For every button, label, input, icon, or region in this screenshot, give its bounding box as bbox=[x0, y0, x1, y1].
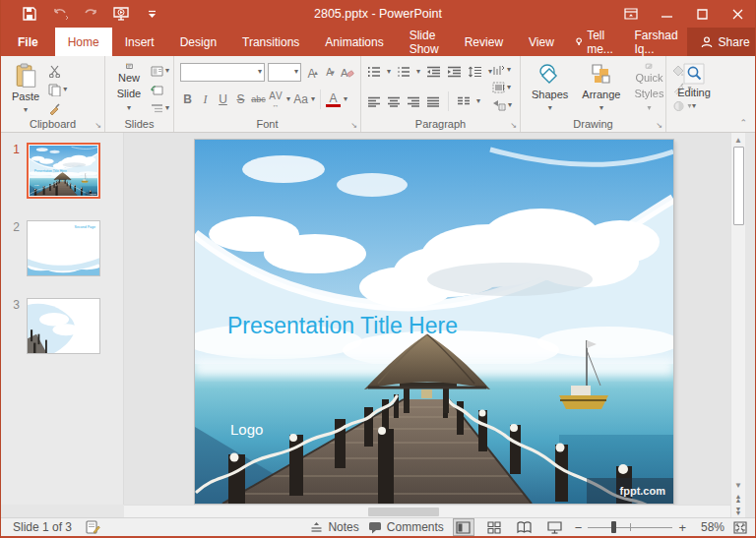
vertical-scroll-thumb[interactable] bbox=[733, 147, 744, 225]
align-right-icon[interactable] bbox=[407, 96, 420, 107]
spell-check-icon[interactable] bbox=[86, 520, 100, 534]
bullets-icon[interactable] bbox=[367, 66, 381, 78]
close-icon[interactable] bbox=[720, 0, 755, 28]
tab-view[interactable]: View bbox=[516, 28, 567, 56]
align-center-icon[interactable] bbox=[387, 96, 401, 107]
paste-icon bbox=[15, 63, 37, 89]
thumbnail-slide-1[interactable]: 1 bbox=[1, 143, 123, 199]
font-dialog-launcher[interactable]: ↘ bbox=[350, 121, 357, 130]
svg-text:A: A bbox=[341, 67, 348, 79]
text-direction-icon[interactable]: ▾ bbox=[492, 63, 512, 77]
decrease-indent-icon[interactable] bbox=[426, 66, 441, 78]
font-name-combo[interactable]: ▾ bbox=[180, 63, 265, 82]
previous-slide-button[interactable]: ▲▲ bbox=[731, 492, 745, 505]
copy-icon[interactable]: ▾ bbox=[48, 83, 67, 96]
arrange-button[interactable]: Arrange ▾ bbox=[577, 61, 625, 116]
status-bar: Slide 1 of 3 Notes Comments bbox=[1, 517, 755, 538]
drawing-dialog-launcher[interactable]: ↘ bbox=[656, 121, 662, 130]
underline-button[interactable]: U bbox=[216, 90, 230, 108]
account-name[interactable]: Farshad Iq... bbox=[626, 28, 687, 56]
tab-slide-show[interactable]: Slide Show bbox=[397, 28, 452, 56]
save-icon[interactable] bbox=[21, 5, 38, 23]
paste-dropdown-caret[interactable]: ▾ bbox=[24, 106, 28, 114]
undo-icon[interactable] bbox=[51, 5, 69, 23]
slide-editing-canvas[interactable] bbox=[124, 133, 755, 505]
zoom-out-icon[interactable]: − bbox=[575, 520, 583, 535]
slideshow-view-button[interactable] bbox=[544, 518, 566, 536]
italic-button[interactable]: I bbox=[198, 90, 213, 108]
paste-button[interactable]: Paste ▾ bbox=[7, 61, 44, 116]
new-slide-button[interactable]: New Slide ▾ bbox=[111, 61, 147, 116]
group-clipboard: Paste ▾ ▾ Clipboard ↘ bbox=[1, 56, 105, 132]
group-paragraph: ▾ ▾ ▾ ▾ ▾ ▾ ▾ Paragraph ↘ bbox=[361, 56, 521, 132]
fit-slide-to-window-icon[interactable] bbox=[733, 521, 747, 534]
scroll-up-icon[interactable]: ▲ bbox=[731, 133, 745, 147]
strikethrough-button[interactable]: S bbox=[233, 90, 248, 108]
vertical-scrollbar[interactable]: ▲ ▼ ▲▲ ▼▼ bbox=[730, 133, 745, 517]
change-case-button[interactable]: Aa bbox=[293, 90, 308, 108]
horizontal-scrollbar[interactable] bbox=[124, 505, 732, 517]
clear-formatting-icon[interactable]: A bbox=[340, 63, 354, 81]
convert-smartart-icon[interactable]: ▾ bbox=[492, 98, 512, 112]
horizontal-scroll-thumb[interactable] bbox=[368, 508, 439, 516]
zoom-percentage[interactable]: 58% bbox=[695, 520, 724, 534]
start-from-beginning-icon[interactable] bbox=[112, 5, 130, 23]
paragraph-dialog-launcher[interactable]: ↘ bbox=[510, 121, 517, 130]
bold-button[interactable]: B bbox=[180, 90, 195, 108]
clipboard-dialog-launcher[interactable]: ↘ bbox=[94, 121, 101, 130]
group-drawing: Shapes ▾ Arrange ▾ Quick Styles ▾ ▾ ▾ ▾ … bbox=[521, 56, 666, 132]
collapse-ribbon-icon[interactable]: ⌃ bbox=[739, 118, 747, 128]
slide-layout-icon[interactable]: ▾ bbox=[151, 64, 169, 78]
tell-me-box[interactable]: Tell me... bbox=[567, 28, 626, 56]
line-spacing-icon[interactable] bbox=[468, 66, 482, 78]
tab-home[interactable]: Home bbox=[55, 28, 112, 56]
decrease-font-size-button[interactable]: A▼ bbox=[322, 63, 337, 81]
font-size-combo[interactable]: ▾ bbox=[268, 63, 301, 82]
tab-file[interactable]: File bbox=[1, 28, 55, 56]
quick-styles-button[interactable]: Quick Styles ▾ bbox=[629, 61, 668, 116]
zoom-in-icon[interactable]: + bbox=[678, 520, 686, 535]
shapes-button[interactable]: Shapes ▾ bbox=[527, 61, 573, 116]
reset-slide-icon[interactable] bbox=[151, 83, 169, 96]
increase-font-size-button[interactable]: A▲ bbox=[304, 63, 319, 81]
maximize-icon[interactable] bbox=[684, 0, 720, 28]
thumbnail-slide-2[interactable]: 2 bbox=[1, 220, 123, 276]
character-spacing-button[interactable]: AV↔ bbox=[269, 90, 284, 108]
comments-button[interactable]: Comments bbox=[368, 520, 444, 534]
increase-indent-icon[interactable] bbox=[447, 66, 462, 78]
slide-sorter-view-button[interactable] bbox=[483, 518, 505, 536]
tab-design[interactable]: Design bbox=[167, 28, 229, 56]
magnifier-icon bbox=[683, 63, 705, 85]
justify-icon[interactable] bbox=[426, 96, 440, 107]
redo-icon[interactable] bbox=[82, 5, 99, 23]
zoom-slider-thumb[interactable] bbox=[611, 521, 616, 533]
numbering-icon[interactable] bbox=[397, 66, 410, 78]
tab-transitions[interactable]: Transitions bbox=[229, 28, 312, 56]
format-painter-icon[interactable] bbox=[48, 101, 67, 115]
tab-insert[interactable]: Insert bbox=[112, 28, 167, 56]
scroll-down-icon[interactable]: ▼ bbox=[731, 478, 745, 492]
tab-animations[interactable]: Animations bbox=[312, 28, 396, 56]
lightbulb-icon bbox=[576, 35, 582, 48]
zoom-slider[interactable]: − + bbox=[575, 520, 686, 535]
customize-quick-access-icon[interactable] bbox=[143, 5, 160, 23]
minimize-icon[interactable] bbox=[649, 0, 684, 28]
align-text-icon[interactable]: ▾ bbox=[492, 81, 512, 94]
text-shadow-button[interactable]: abc bbox=[251, 90, 266, 108]
next-slide-button[interactable]: ▼▼ bbox=[731, 505, 745, 517]
section-icon[interactable]: ▾ bbox=[151, 101, 169, 115]
tab-review[interactable]: Review bbox=[452, 28, 516, 56]
font-color-button[interactable]: A bbox=[326, 91, 341, 107]
thumbnail-slide-3[interactable]: 3 bbox=[1, 298, 123, 354]
notes-button[interactable]: Notes bbox=[310, 520, 358, 534]
normal-view-button[interactable] bbox=[453, 518, 474, 536]
editing-button[interactable]: Editing ▾ bbox=[672, 61, 716, 116]
current-slide[interactable] bbox=[195, 140, 673, 504]
columns-icon[interactable] bbox=[457, 96, 471, 107]
reading-view-button[interactable] bbox=[514, 518, 536, 536]
person-icon bbox=[701, 36, 713, 48]
align-left-icon[interactable] bbox=[367, 96, 381, 107]
ribbon-display-options-icon[interactable] bbox=[613, 0, 649, 28]
cut-icon[interactable] bbox=[48, 64, 67, 78]
share-button[interactable]: Share bbox=[687, 28, 756, 56]
